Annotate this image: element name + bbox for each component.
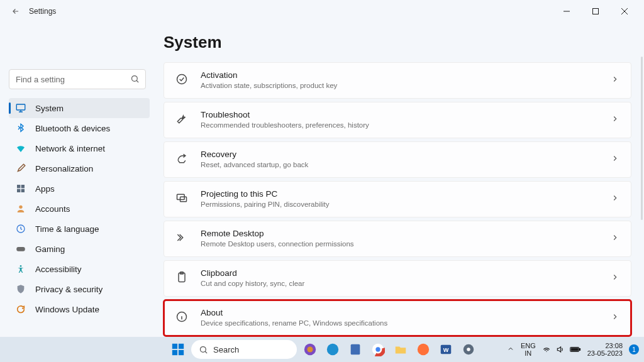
- svg-point-21: [201, 346, 206, 352]
- check-circle-icon: [175, 73, 189, 88]
- scrollbar[interactable]: [641, 57, 643, 220]
- sidebar-item-label: Time & language: [35, 224, 99, 234]
- titlebar: Settings: [0, 0, 644, 23]
- maximize-button[interactable]: [581, 2, 610, 21]
- sidebar-item-label: Personalization: [35, 164, 93, 173]
- sidebar-item-label: Apps: [35, 184, 55, 194]
- sidebar-item-network-internet[interactable]: Network & internet: [9, 138, 150, 158]
- sidebar-item-accessibility[interactable]: Accessibility: [9, 259, 150, 279]
- person-icon: [15, 203, 26, 214]
- card-title: Recovery: [201, 150, 599, 160]
- sidebar-item-apps[interactable]: Apps: [9, 178, 150, 199]
- clipboard-icon: [175, 271, 189, 286]
- shield-icon: [15, 283, 26, 295]
- chevron-right-icon: [611, 154, 619, 165]
- search-input[interactable]: [9, 69, 146, 89]
- svg-rect-4: [21, 185, 25, 188]
- sidebar-item-system[interactable]: System: [9, 98, 150, 118]
- chevron-right-icon: [611, 233, 619, 244]
- svg-rect-36: [579, 349, 580, 351]
- taskbar-app-calculator[interactable]: [346, 340, 365, 359]
- start-button[interactable]: [169, 340, 187, 359]
- taskbar-app-word[interactable]: W: [436, 340, 455, 359]
- sidebar-item-time-language[interactable]: Time & language: [9, 219, 150, 239]
- minimize-button[interactable]: [552, 2, 581, 21]
- card-title: Troubleshoot: [201, 110, 599, 121]
- card-title: Remote Desktop: [201, 229, 599, 239]
- sidebar-item-label: Accounts: [35, 204, 70, 214]
- card-title: Clipboard: [201, 268, 599, 279]
- sidebar-item-label: Bluetooth & devices: [35, 124, 110, 133]
- svg-point-10: [20, 265, 22, 267]
- svg-rect-20: [179, 350, 184, 355]
- apps-icon: [15, 183, 26, 194]
- sidebar-item-privacy-security[interactable]: Privacy & security: [9, 279, 150, 299]
- svg-rect-2: [16, 104, 25, 110]
- system-tray[interactable]: [542, 345, 581, 354]
- sidebar-item-label: Windows Update: [35, 305, 99, 314]
- page-title: System: [164, 33, 631, 52]
- notification-badge[interactable]: 1: [629, 344, 639, 354]
- taskbar-app-copilot[interactable]: [301, 340, 319, 359]
- sidebar-item-windows-update[interactable]: Windows Update: [9, 299, 150, 319]
- card-subtitle: Remote Desktop users, connection permiss…: [201, 239, 599, 249]
- close-button[interactable]: [610, 2, 639, 21]
- svg-rect-0: [593, 9, 599, 14]
- card-remote-desktop[interactable]: Remote Desktop Remote Desktop users, con…: [164, 221, 631, 257]
- svg-point-28: [375, 347, 380, 351]
- sidebar-item-gaming[interactable]: Gaming: [9, 239, 150, 259]
- taskbar-search[interactable]: Search: [191, 340, 297, 359]
- taskbar-app-settings[interactable]: [459, 340, 478, 359]
- content-area: System Activation Activation state, subs…: [155, 23, 644, 337]
- svg-rect-5: [17, 189, 20, 192]
- sidebar-item-label: Privacy & security: [35, 285, 103, 294]
- nav-list: SystemBluetooth & devicesNetwork & inter…: [9, 98, 150, 319]
- card-title: About: [201, 308, 599, 319]
- svg-rect-3: [17, 185, 20, 188]
- back-button[interactable]: [9, 4, 23, 18]
- svg-point-23: [307, 346, 313, 352]
- chevron-right-icon: [611, 75, 619, 86]
- tray-chevron-up-icon[interactable]: [507, 345, 514, 354]
- svg-point-1: [132, 76, 138, 82]
- clock-icon: [15, 223, 26, 234]
- search-icon: [130, 74, 140, 86]
- sidebar-item-accounts[interactable]: Accounts: [9, 199, 150, 219]
- card-subtitle: Recommended troubleshooters, preferences…: [201, 121, 599, 130]
- svg-rect-35: [571, 348, 578, 351]
- window-controls: [552, 2, 639, 21]
- svg-rect-25: [351, 344, 360, 355]
- svg-point-7: [19, 206, 22, 209]
- svg-rect-18: [179, 344, 184, 349]
- svg-rect-6: [21, 189, 25, 192]
- card-subtitle: Device specifications, rename PC, Window…: [201, 319, 599, 328]
- brush-icon: [15, 163, 26, 174]
- taskbar-app-explorer[interactable]: [391, 340, 410, 359]
- card-activation[interactable]: Activation Activation state, subscriptio…: [164, 62, 631, 99]
- taskbar-app-edge[interactable]: [323, 340, 342, 359]
- card-subtitle: Cut and copy history, sync, clear: [201, 279, 599, 288]
- chevron-right-icon: [611, 273, 619, 284]
- svg-rect-17: [172, 344, 177, 349]
- taskbar-app-firefox[interactable]: [414, 340, 433, 359]
- sidebar-item-bluetooth-devices[interactable]: Bluetooth & devices: [9, 118, 150, 138]
- sidebar-item-label: Accessibility: [35, 265, 82, 274]
- svg-point-11: [177, 75, 187, 84]
- sidebar-item-personalization[interactable]: Personalization: [9, 158, 150, 178]
- card-title: Projecting to this PC: [201, 189, 599, 200]
- card-recovery[interactable]: Recovery Reset, advanced startup, go bac…: [164, 141, 631, 178]
- card-about[interactable]: About Device specifications, rename PC, …: [164, 300, 631, 336]
- chevron-right-icon: [611, 194, 619, 205]
- card-projecting-to-this-pc[interactable]: Projecting to this PC Permissions, pairi…: [164, 181, 631, 217]
- accessibility-icon: [15, 263, 26, 275]
- svg-text:W: W: [443, 347, 449, 353]
- wifi-icon: [15, 143, 26, 154]
- card-troubleshoot[interactable]: Troubleshoot Recommended troubleshooters…: [164, 102, 631, 138]
- language-indicator[interactable]: ENG IN: [521, 342, 536, 357]
- clock[interactable]: 23:08 23-05-2023: [587, 342, 623, 357]
- volume-icon: [556, 345, 565, 354]
- taskbar-app-chrome[interactable]: [369, 340, 387, 359]
- wrench-icon: [175, 112, 189, 128]
- card-clipboard[interactable]: Clipboard Cut and copy history, sync, cl…: [164, 260, 631, 297]
- sidebar-item-label: System: [35, 104, 64, 113]
